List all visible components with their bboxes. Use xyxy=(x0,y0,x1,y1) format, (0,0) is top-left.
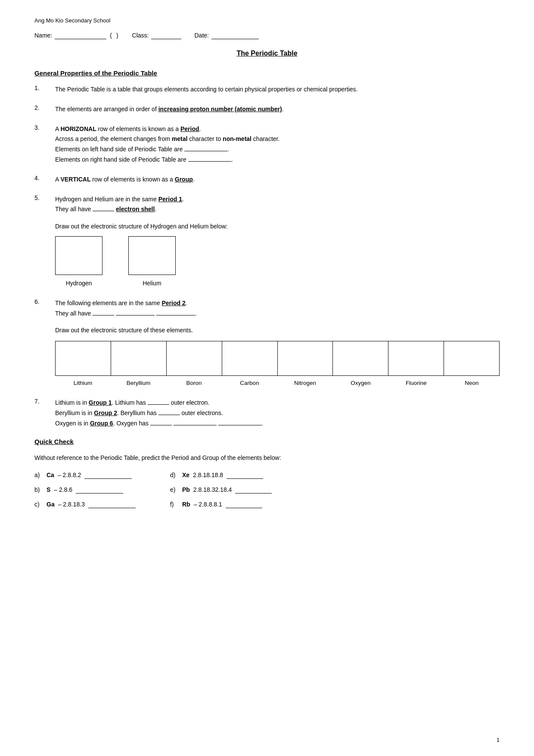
period2-cell-nitrogen[interactable] xyxy=(277,341,333,376)
item-3-l3-blank[interactable] xyxy=(184,144,227,151)
item-7-l3-bu: Group 6 xyxy=(90,420,113,427)
period2-table xyxy=(55,341,500,376)
qc-blank-e[interactable] xyxy=(235,487,272,494)
item-6-blank2[interactable] xyxy=(116,309,155,316)
class-input[interactable] xyxy=(151,31,181,39)
item-6-draw-area: Draw out the electronic structure of the… xyxy=(55,325,500,388)
item-6-l2-pre: They all have xyxy=(55,310,91,317)
item-5-line1: Hydrogen and Helium are in the same Peri… xyxy=(55,194,500,205)
item-6-draw-label: Draw out the electronic structure of the… xyxy=(55,325,500,336)
period2-cell-neon[interactable] xyxy=(444,341,500,376)
item-5-l1-underline: Period 1 xyxy=(158,196,182,203)
item-7-line3: Oxygen is in Group 6. Oxygen has . xyxy=(55,419,500,429)
item-7-l2-blank[interactable] xyxy=(158,408,180,415)
item-6-l1-end: . xyxy=(186,300,187,306)
label-oxygen: Oxygen xyxy=(333,378,388,388)
date-field: Date: xyxy=(194,31,258,39)
item-5-num: 5. xyxy=(34,194,47,201)
item-1-num: 1. xyxy=(34,84,47,91)
item-3-l3-text: Elements on left hand side of Periodic T… xyxy=(55,146,183,153)
qc-letter-c: c) xyxy=(34,500,43,510)
period2-cell-lithium[interactable] xyxy=(56,341,111,376)
item-3-l4-blank[interactable] xyxy=(188,155,231,162)
qc-config-b: – 2.8.6 xyxy=(54,485,72,495)
qc-letter-e: e) xyxy=(170,485,179,495)
helium-draw-box[interactable] xyxy=(128,236,176,275)
qc-letter-b: b) xyxy=(34,485,43,495)
item-2-num: 2. xyxy=(34,104,47,111)
label-neon: Neon xyxy=(444,378,500,388)
item-2-highlight: increasing proton number (atomic number) xyxy=(158,106,282,112)
qc-letter-f: f) xyxy=(170,500,179,510)
period2-cell-oxygen[interactable] xyxy=(333,341,388,376)
name-input[interactable] xyxy=(55,31,106,39)
item-7-num: 7. xyxy=(34,398,47,405)
qc-config-d: 2.8.18.18.8 xyxy=(193,470,223,481)
item-4-underline: Group xyxy=(175,176,193,183)
list-item-6: 6. The following elements are in the sam… xyxy=(34,298,500,388)
label-boron: Boron xyxy=(166,378,222,388)
quick-check-left-col: a) Ca – 2.8.8.2 b) S – 2.8.6 c) Ga – 2.8… xyxy=(34,470,136,509)
hydrogen-draw-box[interactable] xyxy=(55,236,102,275)
item-6-line1: The following elements are in the same P… xyxy=(55,298,500,309)
qc-formula-e: Pb xyxy=(182,485,190,495)
label-fluorine: Fluorine xyxy=(388,378,444,388)
qc-formula-a: Ca xyxy=(47,470,54,481)
item-3-num: 3. xyxy=(34,124,47,131)
item-7-l3-blank3[interactable] xyxy=(218,419,261,425)
item-7-l1-mid: . Lithium has xyxy=(112,399,146,406)
helium-label: Helium xyxy=(143,278,161,289)
item-7-l1-blank[interactable] xyxy=(148,398,169,405)
quick-check-right-col: d) Xe 2.8.18.18.8 e) Pb 2.8.18.32.18.4 f… xyxy=(170,470,272,509)
item-3-l1-pre: A xyxy=(55,125,60,132)
period2-cell-boron[interactable] xyxy=(166,341,222,376)
period2-table-row xyxy=(56,341,500,376)
list-item-2: 2. The elements are arranged in order of… xyxy=(34,104,500,115)
item-5-l1-end: . xyxy=(182,196,184,203)
hydrogen-box-item: Hydrogen xyxy=(55,236,102,289)
item-4-content: A VERTICAL row of elements is known as a… xyxy=(55,175,500,185)
qc-blank-c[interactable] xyxy=(88,501,136,508)
item-1-content: The Periodic Table is a table that group… xyxy=(55,84,500,95)
period2-table-wrapper: Lithium Beryllium Boron Carbon Nitrogen … xyxy=(55,341,500,388)
qc-row-c: c) Ga – 2.8.18.3 xyxy=(34,500,136,510)
qc-formula-f: Rb xyxy=(182,500,190,510)
item-1-text: The Periodic Table is a table that group… xyxy=(55,86,357,93)
period2-cell-fluorine[interactable] xyxy=(388,341,444,376)
period2-cell-beryllium[interactable] xyxy=(111,341,166,376)
item-3-l1-end: . xyxy=(199,125,201,132)
list-item-7: 7. Lithium is in Group 1. Lithium has ou… xyxy=(34,398,500,428)
item-3-line1: A HORIZONAL row of elements is known as … xyxy=(55,124,500,134)
period2-cell-carbon[interactable] xyxy=(222,341,277,376)
item-5-content: Hydrogen and Helium are in the same Peri… xyxy=(55,194,500,289)
item-7-l3-blank1[interactable] xyxy=(150,419,172,425)
item-5-l2-blank[interactable] xyxy=(93,204,114,211)
item-6-blank1[interactable] xyxy=(93,309,114,316)
item-7-l1-bu: Group 1 xyxy=(89,399,112,406)
list-item-3: 3. A HORIZONAL row of elements is known … xyxy=(34,124,500,165)
qc-blank-f[interactable] xyxy=(226,501,262,508)
item-4-num: 4. xyxy=(34,175,47,181)
item-6-content: The following elements are in the same P… xyxy=(55,298,500,388)
label-lithium: Lithium xyxy=(55,378,111,388)
date-input[interactable] xyxy=(211,31,259,39)
qc-blank-b[interactable] xyxy=(76,487,123,494)
item-5-l2-underline: electron shell xyxy=(116,206,155,212)
item-2-post: . xyxy=(282,106,284,112)
qc-blank-d[interactable] xyxy=(227,472,263,479)
qc-formula-d: Xe xyxy=(182,470,189,481)
item-6-blank3[interactable] xyxy=(156,309,195,316)
label-carbon: Carbon xyxy=(222,378,277,388)
item-6-num: 6. xyxy=(34,298,47,305)
item-4-bold: VERTICAL xyxy=(60,176,90,183)
item-3-l4-text: Elements on right hand side of Periodic … xyxy=(55,156,186,163)
item-7-l3-blank2[interactable] xyxy=(174,419,217,425)
qc-row-d: d) Xe 2.8.18.18.8 xyxy=(170,470,272,481)
quick-check-intro: Without reference to the Periodic Table,… xyxy=(34,453,500,463)
list-item-4: 4. A VERTICAL row of elements is known a… xyxy=(34,175,500,185)
item-3-l2-mid: character to xyxy=(187,135,223,142)
class-label: Class: xyxy=(132,32,149,39)
item-3-content: A HORIZONAL row of elements is known as … xyxy=(55,124,500,165)
qc-row-a: a) Ca – 2.8.8.2 xyxy=(34,470,136,481)
qc-blank-a[interactable] xyxy=(84,472,132,479)
